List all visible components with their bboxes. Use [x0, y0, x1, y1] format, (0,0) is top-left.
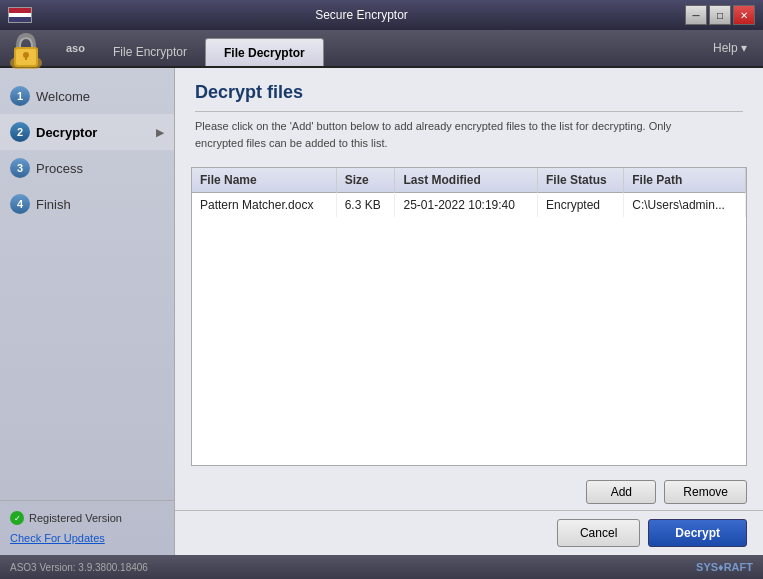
tab-file-decryptor[interactable]: File Decryptor	[205, 38, 324, 66]
toolbar: aso File Encryptor File Decryptor Help ▾	[0, 30, 763, 68]
file-table-container: File Name Size Last Modified File Status…	[191, 167, 747, 466]
cell-last-modified: 25-01-2022 10:19:40	[395, 193, 538, 218]
footer-area: Cancel Decrypt	[175, 510, 763, 555]
col-file-path: File Path	[624, 168, 746, 193]
sidebar-item-finish-label: Finish	[36, 197, 71, 212]
sidebar-item-welcome[interactable]: 1 Welcome	[0, 78, 174, 114]
file-table-body: Pattern Matcher.docx 6.3 KB 25-01-2022 1…	[192, 193, 746, 218]
sidebar-bottom: ✓ Registered Version Check For Updates	[0, 500, 174, 555]
main-area: 1 Welcome 2 Decryptor ▶ 3 Process 4 Fini…	[0, 68, 763, 555]
registered-icon: ✓	[10, 511, 24, 525]
cell-size: 6.3 KB	[336, 193, 395, 218]
svg-rect-4	[25, 55, 27, 60]
lock-icon	[4, 25, 48, 69]
cell-status: Encrypted	[538, 193, 624, 218]
close-button[interactable]: ✕	[733, 5, 755, 25]
sidebar-arrow: ▶	[156, 127, 164, 138]
action-row: Add Remove	[175, 474, 763, 510]
content-description: Please click on the 'Add' button below t…	[175, 118, 695, 159]
title-bar: Secure Encryptor ─ □ ✕	[0, 0, 763, 30]
page-title: Decrypt files	[195, 82, 743, 103]
sidebar-item-decryptor-label: Decryptor	[36, 125, 97, 140]
content-panel: Decrypt files Please click on the 'Add' …	[175, 68, 763, 555]
check-updates-link[interactable]: Check For Updates	[10, 532, 105, 544]
tab-file-encryptor[interactable]: File Encryptor	[95, 38, 205, 66]
maximize-button[interactable]: □	[709, 5, 731, 25]
minimize-button[interactable]: ─	[685, 5, 707, 25]
col-last-modified: Last Modified	[395, 168, 538, 193]
version-label: ASO3 Version: 3.9.3800.18406	[10, 562, 696, 573]
col-file-status: File Status	[538, 168, 624, 193]
bottom-bar: ASO3 Version: 3.9.3800.18406 SYS♦RAFT	[0, 555, 763, 579]
cell-path: C:\Users\admin...	[624, 193, 746, 218]
sidebar-item-decryptor[interactable]: 2 Decryptor ▶	[0, 114, 174, 150]
brand-label: aso	[56, 42, 95, 54]
table-row[interactable]: Pattern Matcher.docx 6.3 KB 25-01-2022 1…	[192, 193, 746, 218]
col-filename: File Name	[192, 168, 336, 193]
remove-button[interactable]: Remove	[664, 480, 747, 504]
registered-label: Registered Version	[29, 512, 122, 524]
step-4-circle: 4	[10, 194, 30, 214]
step-1-circle: 1	[10, 86, 30, 106]
col-size: Size	[336, 168, 395, 193]
step-3-circle: 3	[10, 158, 30, 178]
add-button[interactable]: Add	[586, 480, 656, 504]
sidebar: 1 Welcome 2 Decryptor ▶ 3 Process 4 Fini…	[0, 68, 175, 555]
decrypt-button[interactable]: Decrypt	[648, 519, 747, 547]
cancel-button[interactable]: Cancel	[557, 519, 640, 547]
sidebar-item-process[interactable]: 3 Process	[0, 150, 174, 186]
file-table: File Name Size Last Modified File Status…	[192, 168, 746, 217]
table-header-row: File Name Size Last Modified File Status…	[192, 168, 746, 193]
sidebar-item-process-label: Process	[36, 161, 83, 176]
app-title: Secure Encryptor	[38, 8, 685, 22]
help-button[interactable]: Help ▾	[701, 37, 759, 59]
registered-badge: ✓ Registered Version	[10, 511, 164, 525]
window-controls: ─ □ ✕	[685, 5, 755, 25]
step-2-circle: 2	[10, 122, 30, 142]
content-header: Decrypt files	[175, 68, 763, 118]
flag-icon	[8, 7, 32, 23]
toolbar-tabs: File Encryptor File Decryptor	[95, 30, 701, 66]
sidebar-item-finish[interactable]: 4 Finish	[0, 186, 174, 222]
header-divider	[195, 111, 743, 112]
logo-area	[4, 28, 48, 69]
cell-filename: Pattern Matcher.docx	[192, 193, 336, 218]
brand-footer: SYS♦RAFT	[696, 561, 753, 573]
sidebar-item-welcome-label: Welcome	[36, 89, 90, 104]
